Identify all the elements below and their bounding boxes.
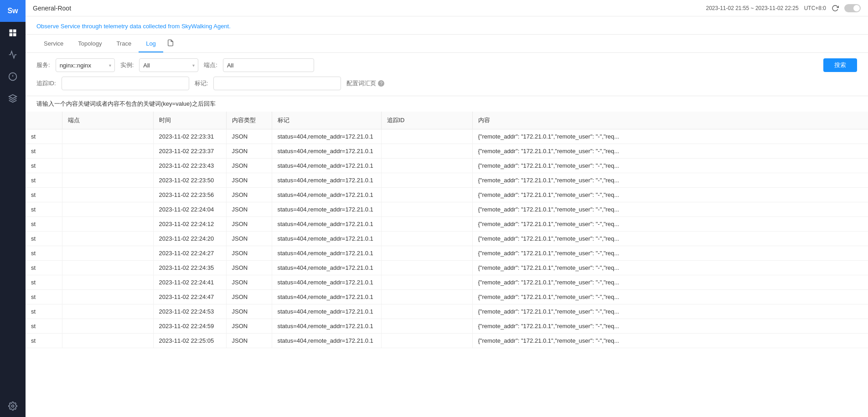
cell-tag: status=404,remote_addr=172.21.0.1 — [272, 217, 381, 232]
cell-source: st — [26, 159, 62, 173]
svg-rect-3 — [13, 33, 16, 36]
cell-content-type: JSON — [226, 290, 272, 304]
cell-content-type: JSON — [226, 261, 272, 275]
cell-tag: status=404,remote_addr=172.21.0.1 — [272, 173, 381, 188]
cell-content-type: JSON — [226, 232, 272, 246]
cell-source: st — [26, 304, 62, 319]
cell-content: {"remote_addr": "172.21.0.1","remote_use… — [472, 129, 868, 144]
tag-label: 标记: — [195, 79, 208, 88]
cell-tag: status=404,remote_addr=172.21.0.1 — [272, 129, 381, 144]
cell-content: {"remote_addr": "172.21.0.1","remote_use… — [472, 246, 868, 261]
cell-time: 2023-11-02 22:23:56 — [153, 188, 226, 202]
svg-point-8 — [12, 405, 14, 407]
table-row[interactable]: st 2023-11-02 22:24:04 JSON status=404,r… — [26, 202, 868, 217]
cell-endpoint — [62, 290, 153, 304]
main-content: General-Root 2023-11-02 21:55 ~ 2023-11-… — [26, 0, 868, 417]
cell-traceid — [381, 232, 472, 246]
app-logo[interactable]: Sw — [0, 0, 26, 22]
cell-content: {"remote_addr": "172.21.0.1","remote_use… — [472, 275, 868, 290]
table-row[interactable]: st 2023-11-02 22:23:31 JSON status=404,r… — [26, 129, 868, 144]
traceid-input[interactable] — [62, 77, 189, 90]
table-container[interactable]: 端点 时间 内容类型 标记 追踪ID 内容 st 2023-11-02 22:2… — [26, 112, 868, 417]
info-link[interactable]: Observe Service through telemetry data c… — [36, 23, 231, 30]
table-row[interactable]: st 2023-11-02 22:23:50 JSON status=404,r… — [26, 173, 868, 188]
cell-traceid — [381, 290, 472, 304]
tab-log[interactable]: Log — [139, 36, 163, 52]
cell-content: {"remote_addr": "172.21.0.1","remote_use… — [472, 173, 868, 188]
filter-area: 服务: nginx::nginx 实例: All 端点: 搜索 追踪ID: — [26, 53, 868, 96]
tag-input[interactable] — [213, 77, 341, 90]
cell-content-type: JSON — [226, 275, 272, 290]
cell-time: 2023-11-02 22:24:20 — [153, 232, 226, 246]
sidebar-item-chart[interactable] — [0, 44, 26, 66]
th-tag: 标记 — [272, 112, 381, 129]
refresh-icon[interactable] — [832, 5, 839, 12]
cell-content: {"remote_addr": "172.21.0.1","remote_use… — [472, 217, 868, 232]
cell-tag: status=404,remote_addr=172.21.0.1 — [272, 246, 381, 261]
cell-content: {"remote_addr": "172.21.0.1","remote_use… — [472, 159, 868, 173]
sidebar-item-dashboard[interactable] — [0, 22, 26, 44]
cell-source: st — [26, 275, 62, 290]
cell-source: st — [26, 319, 62, 334]
table-row[interactable]: st 2023-11-02 22:23:37 JSON status=404,r… — [26, 144, 868, 159]
config-link[interactable]: 配置词汇页 ? — [346, 79, 384, 88]
sidebar-item-settings[interactable] — [0, 395, 26, 417]
cell-time: 2023-11-02 22:23:31 — [153, 129, 226, 144]
table-row[interactable]: st 2023-11-02 22:23:56 JSON status=404,r… — [26, 188, 868, 202]
cell-tag: status=404,remote_addr=172.21.0.1 — [272, 334, 381, 348]
th-content-type: 内容类型 — [226, 112, 272, 129]
svg-marker-7 — [9, 95, 17, 98]
cell-content: {"remote_addr": "172.21.0.1","remote_use… — [472, 202, 868, 217]
table-row[interactable]: st 2023-11-02 22:24:12 JSON status=404,r… — [26, 217, 868, 232]
endpoint-input[interactable] — [223, 58, 314, 72]
page-title: General-Root — [33, 5, 71, 12]
cell-endpoint — [62, 319, 153, 334]
cell-content: {"remote_addr": "172.21.0.1","remote_use… — [472, 290, 868, 304]
cell-tag: status=404,remote_addr=172.21.0.1 — [272, 275, 381, 290]
filter-row-2: 追踪ID: 标记: 配置词汇页 ? — [36, 77, 857, 90]
cell-content-type: JSON — [226, 144, 272, 159]
tab-trace[interactable]: Trace — [109, 36, 139, 52]
info-bar: Observe Service through telemetry data c… — [26, 16, 868, 35]
table-row[interactable]: st 2023-11-02 22:24:53 JSON status=404,r… — [26, 304, 868, 319]
cell-time: 2023-11-02 22:24:59 — [153, 319, 226, 334]
table-row[interactable]: st 2023-11-02 22:24:47 JSON status=404,r… — [26, 290, 868, 304]
page-area: Observe Service through telemetry data c… — [26, 16, 868, 417]
toggle-switch[interactable] — [844, 4, 861, 12]
table-row[interactable]: st 2023-11-02 22:24:27 JSON status=404,r… — [26, 246, 868, 261]
tab-service[interactable]: Service — [36, 36, 71, 52]
sidebar-item-status[interactable] — [0, 66, 26, 88]
table-row[interactable]: st 2023-11-02 22:25:05 JSON status=404,r… — [26, 334, 868, 348]
search-button[interactable]: 搜索 — [823, 58, 857, 72]
cell-content-type: JSON — [226, 188, 272, 202]
table-header-row: 端点 时间 内容类型 标记 追踪ID 内容 — [26, 112, 868, 129]
filter-row-1: 服务: nginx::nginx 实例: All 端点: 搜索 — [36, 58, 857, 72]
tab-docs-icon[interactable] — [163, 35, 178, 52]
sidebar-item-layers[interactable] — [0, 88, 26, 109]
cell-endpoint — [62, 246, 153, 261]
table-row[interactable]: st 2023-11-02 22:24:59 JSON status=404,r… — [26, 319, 868, 334]
service-select[interactable]: nginx::nginx — [56, 58, 115, 72]
table-row[interactable]: st 2023-11-02 22:24:41 JSON status=404,r… — [26, 275, 868, 290]
table-row[interactable]: st 2023-11-02 22:23:43 JSON status=404,r… — [26, 159, 868, 173]
cell-time: 2023-11-02 22:24:12 — [153, 217, 226, 232]
cell-content-type: JSON — [226, 304, 272, 319]
cell-content-type: JSON — [226, 173, 272, 188]
cell-content-type: JSON — [226, 202, 272, 217]
cell-content-type: JSON — [226, 334, 272, 348]
cell-content-type: JSON — [226, 129, 272, 144]
cell-traceid — [381, 319, 472, 334]
cell-traceid — [381, 173, 472, 188]
cell-source: st — [26, 144, 62, 159]
cell-source: st — [26, 246, 62, 261]
instance-select[interactable]: All — [139, 58, 198, 72]
cell-time: 2023-11-02 22:24:41 — [153, 275, 226, 290]
cell-tag: status=404,remote_addr=172.21.0.1 — [272, 319, 381, 334]
tab-topology[interactable]: Topology — [71, 36, 109, 52]
cell-tag: status=404,remote_addr=172.21.0.1 — [272, 290, 381, 304]
cell-content-type: JSON — [226, 319, 272, 334]
cell-source: st — [26, 173, 62, 188]
cell-tag: status=404,remote_addr=172.21.0.1 — [272, 261, 381, 275]
table-row[interactable]: st 2023-11-02 22:24:35 JSON status=404,r… — [26, 261, 868, 275]
table-row[interactable]: st 2023-11-02 22:24:20 JSON status=404,r… — [26, 232, 868, 246]
